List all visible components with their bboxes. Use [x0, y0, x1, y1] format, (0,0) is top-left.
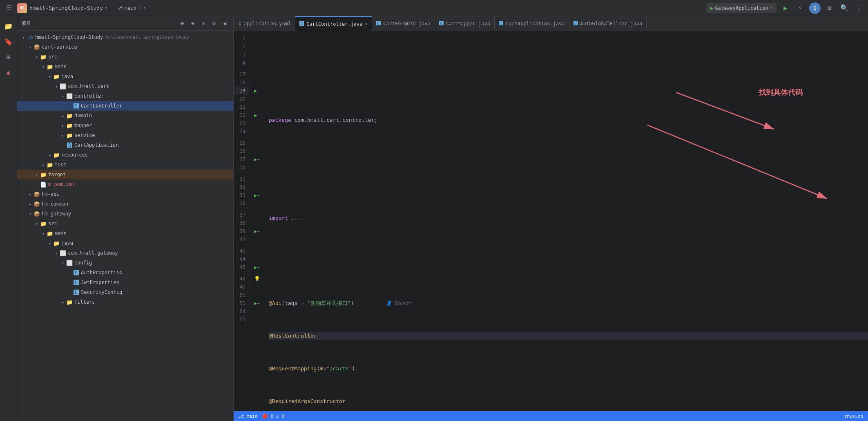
run-config-icon: ▶ [710, 5, 714, 11]
tab-CartMapper-java[interactable]: 🅲 CartMapper.java [435, 16, 495, 31]
collapse-sidebar-icon[interactable]: ◀ [220, 19, 229, 28]
folder-icon-java1: 📁 [53, 73, 60, 80]
folder-icon-resources: 📁 [53, 152, 60, 158]
code-view: 1 2 3 4 17 18 19 20 21 22 23 24 25 26 27… [234, 31, 868, 411]
code-line-17 [269, 266, 868, 275]
java-tab-icon5: 🅲 [573, 21, 578, 26]
tree-target[interactable]: ▸ 📁 target [17, 170, 233, 179]
red-arrow-2-container [611, 113, 848, 213]
top-bar-right: ▶ GatewayApplication ▾ ▶ ⚡ Q ⚙ 🔍 ⋮ [706, 2, 865, 14]
tree-arrow-com-hmall-cart: ▾ [53, 83, 60, 90]
tree-arrow-target: ▸ [33, 171, 40, 178]
run-gutter-33[interactable]: ▶▸ [254, 191, 261, 199]
tree-arrow-root: ▾ [20, 34, 27, 40]
code-line-2 [269, 149, 868, 157]
tab-CartController-java[interactable]: 🅲 CartController.java ✕ [295, 16, 372, 31]
editor-area: ⚙ application.yaml 🅲 CartController.java… [234, 16, 868, 421]
tree-arrow-java2: ▾ [47, 240, 53, 246]
tree-main2[interactable]: ▾ 📁 main [17, 228, 233, 238]
avatar-icon[interactable]: Q [809, 2, 821, 14]
tree-controller[interactable]: ▾ ⬜ controller [17, 91, 233, 101]
search-icon[interactable]: 🔍 [839, 2, 850, 14]
tree-hm-common[interactable]: ▸ 📦 hm-common [17, 199, 233, 209]
hamburger-menu-icon[interactable]: ☰ [3, 2, 15, 14]
tree-com-hmall-cart[interactable]: ▾ ⬜ com.hmall.cart [17, 81, 233, 91]
tree-JwtProperties[interactable]: 🅲 JwtProperties [17, 278, 233, 287]
folder-icon-main2: 📁 [47, 230, 53, 237]
run-gutter-45[interactable]: ▶▸ [254, 263, 261, 271]
close-sidebar-icon[interactable]: ✕ [199, 19, 208, 28]
tree-arrow-hm-gateway: ▾ [27, 210, 33, 217]
tree-hm-api[interactable]: ▸ 📦 hm-api [17, 189, 233, 199]
debug-button[interactable]: ⚡ [794, 2, 806, 14]
tree-java1[interactable]: ▾ 📁 java [17, 72, 233, 81]
java-tab-icon4: 🅲 [499, 21, 503, 26]
run-gutter-22[interactable]: ▶ [254, 111, 261, 119]
tree-mapper[interactable]: ▸ 📁 mapper [17, 121, 233, 130]
more-icon[interactable]: ⋮ [853, 2, 865, 14]
tree-AuthProperties[interactable]: 🅲 AuthProperties [17, 268, 233, 278]
tab-application-yaml[interactable]: ⚙ application.yaml [234, 16, 295, 31]
code-line-3 [269, 181, 868, 190]
branch-info[interactable]: ⎇ main ↗ ▾ [116, 5, 146, 11]
java-file-icon-security: 🅲 [73, 289, 79, 296]
run-config-selector[interactable]: ▶ GatewayApplication ▾ [706, 3, 777, 13]
module-icon: 📦 [33, 44, 40, 50]
code-line-21: @RequiredArgsConstructor [269, 397, 868, 405]
tree-pom-xml[interactable]: 📄 m pom.xml [17, 179, 233, 189]
folder-icon-mapper: 📁 [66, 122, 73, 129]
tree-SecurityConfig[interactable]: 🅲 SecurityConfig [17, 287, 233, 297]
main-layout: 📁 🔖 ⊞ ◈ 项目 ⊕ ⊖ ✕ ⚙ ◀ ▾ 🗂 hmall-SpringClo… [0, 16, 868, 421]
tree-cart-service[interactable]: ▾ 📦 cart-service [17, 42, 233, 52]
tab-CartApplication-java[interactable]: 🅲 CartApplication.java [495, 16, 569, 31]
bookmarks-icon[interactable]: 🔖 [2, 35, 15, 48]
tree-java2[interactable]: ▾ 📁 java [17, 238, 233, 248]
package-icon-config: ⬜ [66, 260, 73, 266]
expand-all-icon[interactable]: ⊕ [178, 19, 187, 28]
tree-src2[interactable]: ▾ 📁 src [17, 219, 233, 228]
java-file-icon-auth: 🅲 [73, 269, 79, 276]
tree-root[interactable]: ▾ 🗂 hmall-SpringCloud-Study D:\Code\hmal… [17, 32, 233, 42]
git-icon: ⎇ [116, 5, 123, 11]
tree-resources[interactable]: ▸ 📁 resources [17, 150, 233, 160]
run-gutter-51[interactable]: ▶▸ [254, 299, 261, 307]
tree-config[interactable]: ▾ ⬜ config [17, 258, 233, 268]
tree-src1[interactable]: ▾ 📁 src [17, 52, 233, 62]
java-file-icon-cartcontroller: 🅲 [73, 103, 79, 109]
tree-com-hmall-gateway[interactable]: ▾ ⬜ com.hmall.gateway [17, 248, 233, 258]
run-gutter-39[interactable]: ▶▸ [254, 227, 261, 235]
folder-icon-service: 📁 [66, 132, 73, 139]
tree-CartController[interactable]: 🅲 CartController [17, 101, 233, 111]
run-gutter-27[interactable]: ▶▸ [254, 155, 261, 163]
java-file-icon-jwt: 🅲 [73, 279, 79, 286]
tab-close-CartController[interactable]: ✕ [365, 21, 368, 27]
tree-arrow-test: ▸ [40, 161, 47, 168]
git-icon[interactable]: ◈ [2, 66, 15, 79]
java-tab-icon: 🅲 [299, 21, 304, 27]
tab-AuthGlobalFilter-java[interactable]: 🅲 AuthGlobalFilter.java [569, 16, 647, 31]
run-button[interactable]: ▶ [780, 2, 791, 14]
tree-main1[interactable]: ▾ 📁 main [17, 62, 233, 72]
bulb-gutter-48[interactable]: 💡 [254, 275, 261, 283]
settings-icon[interactable]: ⚙ [824, 2, 835, 14]
structure-icon[interactable]: ⊞ [2, 51, 15, 64]
tree-hm-gateway[interactable]: ▾ 📦 hm-gateway [17, 209, 233, 219]
tree-test[interactable]: ▸ 📁 test [17, 160, 233, 170]
collapse-all-icon[interactable]: ⊖ [188, 19, 197, 28]
run-gutter-19[interactable]: ▶ [254, 87, 261, 95]
tree-CartApplication[interactable]: 🅲 CartApplication [17, 140, 233, 150]
module-icon-hm-common: 📦 [33, 201, 40, 207]
line-numbers: 1 2 3 4 17 18 19 20 21 22 23 24 25 26 27… [234, 31, 253, 411]
separator [112, 4, 112, 12]
side-gutter: ▶ ▶ ▶▸ ▶▸ ▶▸ [253, 31, 262, 411]
gear-sidebar-icon[interactable]: ⚙ [210, 19, 219, 28]
tree-domain[interactable]: ▸ 📁 domain [17, 111, 233, 121]
yaml-file-icon: ⚙ [239, 21, 241, 26]
file-tree: ▾ 🗂 hmall-SpringCloud-Study D:\Code\hmal… [17, 31, 233, 421]
project-icon[interactable]: 📁 [2, 20, 15, 33]
sidebar-actions: ⊕ ⊖ ✕ ⚙ ◀ [178, 19, 229, 28]
tree-service[interactable]: ▸ 📁 service [17, 130, 233, 140]
tab-CartFormDTO-java[interactable]: 🅲 CartFormDTO.java [372, 16, 435, 31]
tree-filters[interactable]: ▸ 📁 filters [17, 297, 233, 307]
code-editor[interactable]: 找到具体代码 [262, 31, 868, 411]
